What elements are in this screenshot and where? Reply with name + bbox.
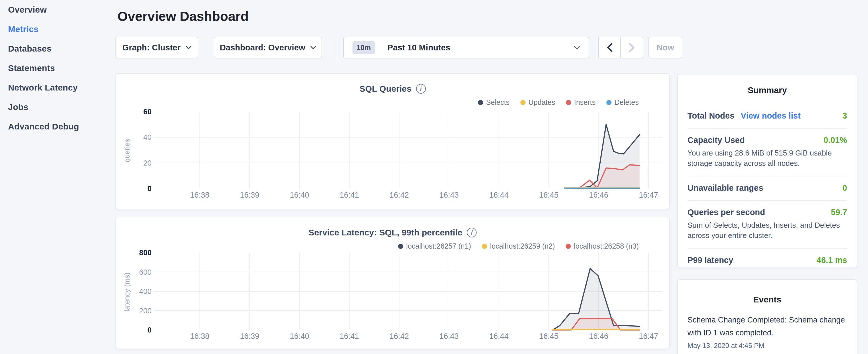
summary-row-qps: Queries per second 59.7 <box>687 207 847 217</box>
svg-text:16:41: 16:41 <box>340 332 359 341</box>
service-latency-chart-card: Service Latency: SQL, 99th percentile i … <box>116 217 670 349</box>
svg-text:16:47: 16:47 <box>639 332 658 341</box>
time-range-badge: 10m <box>352 41 375 54</box>
svg-text:16:46: 16:46 <box>589 191 608 199</box>
svg-text:16:44: 16:44 <box>489 332 509 341</box>
event-message[interactable]: Schema Change Completed: Schema change w… <box>687 314 847 340</box>
svg-text:16:42: 16:42 <box>390 332 409 341</box>
divider <box>687 176 847 176</box>
svg-text:400: 400 <box>139 287 152 296</box>
view-nodes-list-link[interactable]: View nodes list <box>741 111 801 121</box>
unavailable-ranges-value: 0 <box>842 183 847 193</box>
summary-title: Summary <box>687 85 847 95</box>
svg-text:16:40: 16:40 <box>290 191 309 199</box>
svg-text:16:41: 16:41 <box>340 191 359 199</box>
svg-text:16:43: 16:43 <box>439 191 459 199</box>
p99-latency-label: P99 latency <box>687 255 733 265</box>
svg-text:16:38: 16:38 <box>190 191 210 199</box>
toolbar-divider <box>337 36 337 59</box>
sidebar-item-advanced-debug[interactable]: Advanced Debug <box>0 117 112 136</box>
previous-time-window-button[interactable] <box>599 37 620 58</box>
svg-text:16:40: 16:40 <box>290 332 309 341</box>
svg-text:200: 200 <box>139 307 152 315</box>
qps-value: 59.7 <box>831 207 847 217</box>
total-nodes-label: Total Nodes <box>687 111 735 121</box>
svg-text:600: 600 <box>139 268 152 277</box>
sidebar-item-metrics[interactable]: Metrics <box>0 20 112 39</box>
divider <box>687 128 847 129</box>
sql-queries-chart-card: SQL Queries i SelectsUpdatesInsertsDelet… <box>116 73 670 210</box>
svg-text:16:39: 16:39 <box>240 191 259 199</box>
events-title: Events <box>687 295 847 304</box>
page-title: Overview Dashboard <box>118 9 249 24</box>
time-window-arrows <box>598 37 643 58</box>
svg-text:16:43: 16:43 <box>439 332 459 341</box>
total-nodes-value: 3 <box>842 111 847 121</box>
summary-row-unavailable-ranges: Unavailable ranges 0 <box>687 183 847 193</box>
sidebar-item-databases[interactable]: Databases <box>0 39 112 58</box>
now-button[interactable]: Now <box>649 37 682 58</box>
chevron-down-icon <box>310 46 316 49</box>
sql-queries-chart: 16:3816:3916:4016:4116:4216:4316:4416:45… <box>116 74 670 210</box>
events-panel: Events Schema Change Completed: Schema c… <box>677 279 858 354</box>
divider <box>687 200 847 201</box>
sidebar-item-statements[interactable]: Statements <box>0 58 112 78</box>
svg-text:16:47: 16:47 <box>639 191 658 199</box>
svg-text:0: 0 <box>148 184 152 193</box>
svg-text:16:42: 16:42 <box>390 191 409 199</box>
qps-description: Sum of Selects, Updates, Inserts, and De… <box>687 220 847 240</box>
p99-latency-value: 46.1 ms <box>817 255 847 265</box>
svg-text:60: 60 <box>143 107 152 116</box>
svg-text:16:46: 16:46 <box>589 332 608 341</box>
summary-row-total-nodes: Total Nodes View nodes list 3 <box>687 111 847 121</box>
time-range-dropdown[interactable]: 10m Past 10 Minutes <box>343 37 589 58</box>
unavailable-ranges-label: Unavailable ranges <box>687 183 763 193</box>
summary-row-capacity: Capacity Used 0.01% <box>687 135 847 145</box>
sidebar-item-network-latency[interactable]: Network Latency <box>0 78 112 97</box>
svg-text:16:45: 16:45 <box>539 332 559 341</box>
sidebar-item-overview[interactable]: Overview <box>0 0 112 20</box>
qps-label: Queries per second <box>687 207 765 217</box>
sidebar-item-jobs[interactable]: Jobs <box>0 97 112 117</box>
overview-dashboard-page: Overview Metrics Databases Statements Ne… <box>0 0 868 354</box>
svg-text:16:39: 16:39 <box>240 332 259 341</box>
svg-text:40: 40 <box>143 133 152 141</box>
svg-text:0: 0 <box>148 326 152 334</box>
capacity-used-label: Capacity Used <box>687 135 745 145</box>
graph-scope-dropdown[interactable]: Graph: Cluster <box>116 37 198 58</box>
svg-text:16:38: 16:38 <box>190 332 210 341</box>
capacity-description: You are using 28.6 MiB of 515.9 GiB usab… <box>687 148 847 168</box>
chevron-right-icon <box>629 43 635 52</box>
summary-row-p99: P99 latency 46.1 ms <box>687 255 847 265</box>
dashboard-label: Dashboard: Overview <box>220 43 305 53</box>
chevron-left-icon <box>607 43 612 52</box>
sidebar: Overview Metrics Databases Statements Ne… <box>0 0 112 354</box>
time-range-label: Past 10 Minutes <box>388 43 568 53</box>
dashboard-dropdown[interactable]: Dashboard: Overview <box>214 37 322 58</box>
summary-panel: Summary Total Nodes View nodes list 3 Ca… <box>677 74 858 268</box>
service-latency-chart: 16:3816:3916:4016:4116:4216:4316:4416:45… <box>116 217 670 350</box>
divider <box>687 248 847 249</box>
graph-scope-label: Graph: Cluster <box>122 43 181 53</box>
event-timestamp: May 13, 2020 at 4:45 PM <box>687 342 847 350</box>
chevron-down-icon <box>574 46 580 50</box>
svg-text:16:44: 16:44 <box>489 191 509 199</box>
svg-text:800: 800 <box>139 248 152 257</box>
svg-text:20: 20 <box>143 159 152 167</box>
next-time-window-button[interactable] <box>620 37 643 58</box>
svg-text:16:45: 16:45 <box>539 191 559 199</box>
chevron-down-icon <box>186 46 191 49</box>
capacity-used-value: 0.01% <box>824 135 847 145</box>
